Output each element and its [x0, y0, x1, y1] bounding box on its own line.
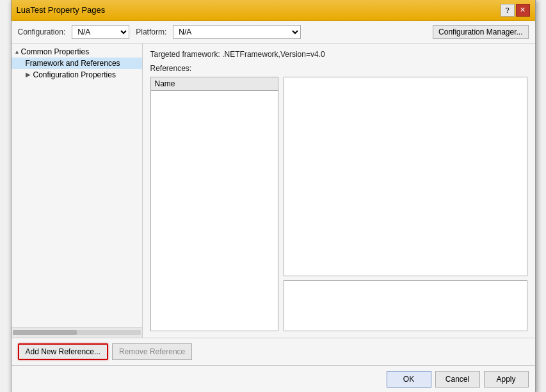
title-bar: LuaTest Property Pages ? ✕ [12, 0, 535, 21]
targeted-framework-label: Targeted framework: [150, 50, 220, 59]
sidebar-scrollbar[interactable] [12, 327, 142, 338]
footer-row: OK Cancel Apply [12, 365, 535, 393]
help-button[interactable]: ? [501, 4, 515, 17]
sidebar-item-label: Framework and References [26, 59, 120, 68]
toolbar-row: Configuration: N/A Platform: N/A Configu… [12, 21, 535, 43]
apply-button[interactable]: Apply [484, 371, 529, 388]
dialog-window: LuaTest Property Pages ? ✕ Configuration… [11, 0, 536, 392]
sidebar-container: ▴ Common Properties Framework and Refere… [12, 43, 143, 338]
references-list-body[interactable] [151, 91, 278, 331]
ref-detail-bottom [284, 280, 527, 331]
config-label: Configuration: [18, 27, 66, 36]
right-panel: Targeted framework: .NETFramework,Versio… [143, 43, 535, 338]
add-reference-button[interactable]: Add New Reference... [18, 343, 108, 360]
collapse-icon: ▴ [15, 48, 19, 55]
ref-detail-top [284, 77, 527, 276]
remove-reference-button[interactable]: Remove Reference [112, 343, 192, 360]
main-content: ▴ Common Properties Framework and Refere… [12, 43, 535, 338]
ok-button[interactable]: OK [387, 371, 431, 388]
targeted-framework-value: .NETFramework,Version=v4.0 [222, 50, 325, 59]
references-label: References: [150, 64, 527, 73]
targeted-framework-row: Targeted framework: .NETFramework,Versio… [150, 50, 527, 59]
sidebar-item-label: Common Properties [21, 47, 90, 56]
ref-right-panel [284, 77, 527, 331]
close-button[interactable]: ✕ [516, 4, 530, 17]
dialog-title: LuaTest Property Pages [17, 5, 106, 15]
cancel-button[interactable]: Cancel [435, 371, 480, 388]
name-column-header: Name [151, 77, 278, 91]
platform-label: Platform: [136, 27, 166, 36]
sidebar-tree: ▴ Common Properties Framework and Refere… [12, 43, 143, 83]
sidebar-item-label: Configuration Properties [33, 70, 116, 79]
title-bar-controls: ? ✕ [501, 4, 530, 17]
expand-icon: ▶ [26, 71, 31, 78]
platform-combo[interactable]: N/A [173, 25, 301, 39]
config-manager-button[interactable]: Configuration Manager... [433, 25, 528, 39]
sidebar-item-config-properties[interactable]: ▶ Configuration Properties [12, 69, 142, 81]
sidebar-item-framework-references[interactable]: Framework and References [12, 58, 142, 69]
config-combo[interactable]: N/A [72, 25, 129, 39]
references-area: Name [150, 77, 527, 331]
references-list-panel: Name [150, 77, 278, 331]
sidebar-item-common-properties[interactable]: ▴ Common Properties [12, 46, 142, 58]
action-row: Add New Reference... Remove Reference [12, 338, 535, 365]
